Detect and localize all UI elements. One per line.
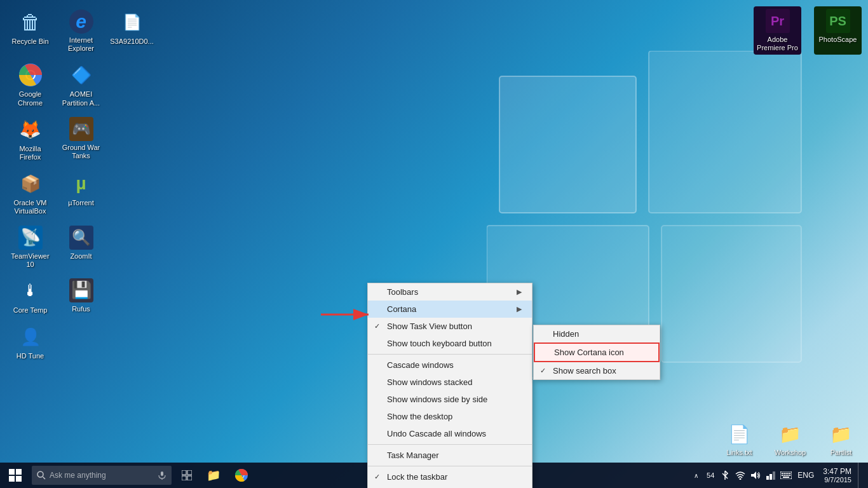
submenu-item-show-search-box[interactable]: ✓ Show search box <box>534 362 660 379</box>
desktop-icon-ground-war-tanks[interactable]: 🎮 Ground War Tanks <box>57 114 105 165</box>
bluetooth-icon[interactable] <box>719 469 731 482</box>
taskbar-file-explorer[interactable]: 📁 <box>200 463 227 488</box>
context-menu-item-properties[interactable]: Properties <box>368 485 532 488</box>
desktop-icon-chrome[interactable]: Google Chrome <box>6 59 54 110</box>
search-input[interactable] <box>50 471 151 480</box>
taskbar-search-box[interactable] <box>32 466 172 485</box>
aomei-icon: 🔷 <box>69 62 94 88</box>
show-touch-keyboard-label: Show touch keyboard button <box>387 339 492 348</box>
volume-symbol <box>750 471 761 480</box>
utorrent-label: µTorrent <box>68 199 94 207</box>
windows-side-by-side-label: Show windows side by side <box>387 395 487 404</box>
svg-rect-26 <box>770 474 772 480</box>
keyboard-icon[interactable] <box>780 469 792 482</box>
context-menu-item-lock-taskbar[interactable]: ✓ Lock the taskbar <box>368 468 532 485</box>
desktop-icon-links-txt[interactable]: 📄 Links.txt <box>719 421 760 456</box>
desktop-icon-workshop[interactable]: 📁 Workshop <box>770 421 811 456</box>
desktop-icon-core-temp[interactable]: 🌡 Core Temp <box>6 275 54 318</box>
task-view-icon <box>182 470 192 480</box>
recycle-bin-icon: 🗑 <box>18 10 43 35</box>
svg-rect-37 <box>787 475 789 476</box>
desktop-icon-utorrent[interactable]: µ µTorrent <box>57 168 105 219</box>
clock-time: 3:47 PM <box>823 467 851 476</box>
cortana-submenu: Hidden Show Cortana icon ✓ Show search b… <box>533 325 660 380</box>
search-icon <box>37 471 46 480</box>
svg-rect-1 <box>649 51 801 213</box>
context-menu-item-show-desktop[interactable]: Show the desktop <box>368 408 532 425</box>
desktop-icon-internet-explorer[interactable]: e Internet Explorer <box>57 6 105 56</box>
lock-taskbar-label: Lock the taskbar <box>387 472 447 482</box>
svg-rect-27 <box>773 471 775 480</box>
context-menu-item-windows-side-by-side[interactable]: Show windows side by side <box>368 391 532 408</box>
desktop-icons-area: 🗑 Recycle Bin e Internet Explorer 📄 S3A9… <box>6 6 156 363</box>
context-menu-item-cascade[interactable]: Cascade windows <box>368 356 532 374</box>
recycle-bin-label: Recycle Bin <box>11 37 48 46</box>
task-view-button[interactable] <box>174 463 200 488</box>
internet-explorer-icon: e <box>69 10 93 34</box>
teamviewer-icon: 📡 <box>18 226 43 250</box>
firefox-icon: 🦊 <box>18 117 43 142</box>
clock-date: 9/7/2015 <box>823 476 851 484</box>
show-desktop-button[interactable] <box>858 463 863 488</box>
svg-rect-9 <box>9 469 15 475</box>
network-icon[interactable] <box>764 469 777 482</box>
desktop-icon-teamviewer[interactable]: 📡 TeamViewer 10 <box>6 222 54 272</box>
start-icon <box>9 469 22 482</box>
context-menu-item-show-task-view[interactable]: ✓ Show Task View button <box>368 318 532 335</box>
language-indicator[interactable]: ENG <box>795 471 817 480</box>
context-menu-item-show-touch-keyboard[interactable]: Show touch keyboard button <box>368 335 532 352</box>
hd-tune-label: HD Tune <box>17 352 44 360</box>
context-menu-item-cortana[interactable]: Cortana ▶ Hidden Show Cortana icon ✓ Sho… <box>368 301 532 318</box>
desktop-icon-firefox[interactable]: 🦊 Mozilla Firefox <box>6 114 54 165</box>
taskbar-context-menu: Toolbars ▶ Cortana ▶ Hidden Show Cortana… <box>367 283 532 488</box>
ground-war-tanks-icon: 🎮 <box>69 117 93 141</box>
desktop-icon-aomei[interactable]: 🔷 AOMEI Partition A... <box>57 59 105 110</box>
desktop-icon-rufus[interactable]: 💾 Rufus <box>57 275 105 318</box>
core-temp-label: Core Temp <box>13 306 48 315</box>
partlist-label: Partlist <box>831 449 852 456</box>
show-search-box-check: ✓ <box>540 367 546 375</box>
svg-rect-33 <box>789 473 790 474</box>
desktop-icon-adobe-premiere[interactable]: Pr Adobe Premiere Pro <box>754 6 801 55</box>
microphone-icon <box>158 471 166 480</box>
submenu-item-show-cortana-icon[interactable]: Show Cortana icon <box>534 342 660 362</box>
show-cortana-icon-label: Show Cortana icon <box>554 348 624 357</box>
start-button[interactable] <box>0 463 31 488</box>
keyboard-symbol <box>780 471 792 479</box>
svg-rect-10 <box>16 469 22 475</box>
wifi-icon[interactable] <box>734 469 747 482</box>
desktop-icon-hd-tune[interactable]: 👤 HD Tune <box>6 321 54 363</box>
context-menu-item-undo-cascade[interactable]: Undo Cascade all windows <box>368 425 532 442</box>
submenu-item-hidden[interactable]: Hidden <box>534 325 660 342</box>
svg-rect-18 <box>187 470 192 475</box>
partlist-icon: 📁 <box>829 421 854 447</box>
file-explorer-icon: 📁 <box>207 468 220 482</box>
system-clock[interactable]: 3:47 PM 9/7/2015 <box>819 467 855 484</box>
svg-line-14 <box>43 477 46 480</box>
desktop-icon-photoscape[interactable]: PS PhotoScape <box>814 6 862 55</box>
utorrent-icon: µ <box>69 171 94 196</box>
desktop-icon-partlist[interactable]: 📁 Partlist <box>820 421 862 456</box>
context-menu-item-task-manager[interactable]: Task Manager <box>368 447 532 464</box>
desktop-icon-zoomit[interactable]: 🔍 ZoomIt <box>57 222 105 272</box>
svg-rect-31 <box>785 473 787 474</box>
taskbar-chrome[interactable] <box>227 463 255 488</box>
bottom-right-icons: 📄 Links.txt 📁 Workshop 📁 Partlist <box>719 421 862 456</box>
chrome-icon <box>18 62 43 88</box>
lock-taskbar-check: ✓ <box>374 473 380 481</box>
svg-rect-30 <box>783 473 785 474</box>
show-search-box-label: Show search box <box>553 366 616 376</box>
cortana-arrow: ▶ <box>517 305 522 313</box>
chrome-label: Google Chrome <box>8 90 52 107</box>
volume-icon[interactable] <box>749 469 762 482</box>
desktop-icon-recycle-bin[interactable]: 🗑 Recycle Bin <box>6 6 54 56</box>
desktop-icon-oracle[interactable]: 📦 Oracle VM VirtualBox <box>6 168 54 219</box>
context-menu-item-windows-stacked[interactable]: Show windows stacked <box>368 374 532 391</box>
context-menu-item-toolbars[interactable]: Toolbars ▶ <box>368 283 532 301</box>
svg-rect-25 <box>766 476 769 480</box>
desktop-icon-s3a[interactable]: 📄 S3A9210D0... <box>108 6 156 56</box>
tray-expand-button[interactable]: ∧ <box>689 469 702 482</box>
task-manager-label: Task Manager <box>387 451 439 460</box>
svg-rect-35 <box>783 475 785 476</box>
svg-rect-20 <box>187 476 192 480</box>
